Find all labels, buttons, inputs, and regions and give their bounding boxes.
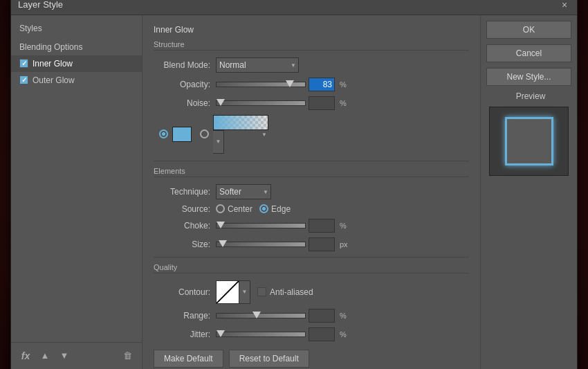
technique-select[interactable]: Softer Precise [216,184,271,199]
noise-label: Noise: [154,98,216,108]
anti-aliased-checkbox[interactable] [257,287,266,296]
inner-glow-label: Inner Glow [33,59,73,69]
preview-text: Preview [516,91,546,101]
contour-dropdown[interactable]: ▼ [239,280,250,304]
gradient-swatch[interactable] [213,115,268,130]
inner-glow-checkbox[interactable] [19,59,28,68]
source-edge-text: Edge [271,204,291,214]
move-up-button[interactable]: ▲ [37,348,53,363]
right-panel: OK Cancel New Style... Preview [480,15,577,370]
sidebar-footer: fx ▲ ▼ 🗑 [11,342,142,369]
reset-to-default-button[interactable]: Reset to Default [229,350,309,368]
blend-mode-select[interactable]: Normal Dissolve Multiply Screen Overlay [216,57,299,73]
action-buttons-row: Make Default Reset to Default [154,350,469,368]
sidebar-styles-header: Styles [11,21,142,36]
size-slider-track[interactable] [216,242,306,247]
size-label: Size: [154,240,216,249]
elements-subsection: Elements [154,167,469,177]
source-center-radio[interactable] [216,204,225,213]
contour-row: Contour: ▼ Anti-aliased [154,280,469,304]
opacity-slider-thumb[interactable] [286,80,294,87]
size-input[interactable]: 3 [309,237,335,251]
delete-button[interactable]: 🗑 [120,348,135,363]
choke-slider-track[interactable] [216,223,306,228]
jitter-input[interactable]: 0 [309,327,335,341]
new-style-button[interactable]: New Style... [486,68,571,86]
range-slider-container: 45 % [216,309,352,323]
ok-button[interactable]: OK [486,21,571,39]
close-button[interactable]: × [559,0,570,10]
contour-svg [217,281,239,303]
solid-color-radio[interactable] [159,129,168,138]
move-down-button[interactable]: ▼ [57,348,72,363]
jitter-row: Jitter: 0 % [154,327,469,341]
sidebar-item-inner-glow[interactable]: Inner Glow [11,55,142,72]
range-label: Range: [154,311,216,321]
contour-label: Contour: [154,287,216,297]
range-slider-track[interactable] [216,313,306,318]
technique-row: Technique: Softer Precise [154,184,469,199]
range-unit: % [340,312,352,320]
jitter-slider-track[interactable] [216,332,306,337]
dialog-body: Styles Blending Options Inner Glow Outer… [11,15,577,370]
title-bar: Layer Style × [11,0,577,15]
choke-unit: % [340,222,352,230]
source-center-text: Center [228,204,252,214]
jitter-unit: % [340,330,352,339]
cancel-button[interactable]: Cancel [486,44,571,62]
noise-slider-thumb[interactable] [217,99,225,106]
sidebar-item-outer-glow[interactable]: Outer Glow [11,72,142,89]
preview-checkbox-label[interactable]: Preview [486,91,571,101]
technique-label: Technique: [154,187,216,197]
source-label: Source: [154,204,216,214]
sidebar-footer-icons: fx ▲ ▼ [18,348,72,363]
gradient-wrapper: ▼ [213,115,268,154]
gradient-dropdown[interactable]: ▼ [213,130,224,154]
opacity-row: Opacity: 83 % [154,78,469,91]
range-row: Range: 45 % [154,309,469,323]
choke-slider-container: 0 % [216,219,352,233]
preview-inner [505,117,553,165]
outer-glow-checkbox[interactable] [19,75,28,84]
gradient-radio[interactable] [200,129,209,138]
jitter-slider-container: 0 % [216,327,352,341]
choke-row: Choke: 0 % [154,219,469,233]
quality-subsection: Quality [154,263,469,273]
structure-subsection: Structure [154,40,469,51]
noise-input[interactable]: 0 [309,96,335,110]
dialog-title: Layer Style [18,0,63,10]
size-slider-container: 3 px [216,237,352,251]
choke-slider-thumb[interactable] [217,222,225,228]
source-edge-radio[interactable] [259,204,268,213]
main-content: Inner Glow Structure Blend Mode: Normal … [143,15,480,370]
make-default-button[interactable]: Make Default [154,350,223,368]
contour-wrapper: ▼ [216,280,250,304]
choke-label: Choke: [154,221,216,231]
outer-glow-label: Outer Glow [33,75,75,85]
fx-button[interactable]: fx [18,348,33,363]
size-row: Size: 3 px [154,237,469,251]
range-input[interactable]: 45 [309,309,335,323]
range-slider-thumb[interactable] [252,312,261,318]
contour-preview[interactable] [216,280,239,304]
jitter-label: Jitter: [154,330,216,339]
color-swatch[interactable] [172,127,192,142]
noise-slider-track[interactable] [216,100,306,106]
sidebar-item-blending-options[interactable]: Blending Options [11,39,142,55]
size-slider-thumb[interactable] [219,240,227,247]
jitter-slider-thumb[interactable] [217,330,225,337]
opacity-slider-track[interactable] [216,82,306,87]
source-edge-label[interactable]: Edge [259,204,291,214]
blending-options-label: Blending Options [19,42,82,52]
choke-input[interactable]: 0 [309,219,335,233]
opacity-slider-container: 83 % [216,78,352,91]
blend-mode-row: Blend Mode: Normal Dissolve Multiply Scr… [154,57,469,73]
opacity-input[interactable]: 83 [309,78,335,91]
noise-unit: % [340,99,352,107]
source-center-label[interactable]: Center [216,204,252,214]
preview-box [489,107,569,176]
opacity-label: Opacity: [154,80,216,89]
anti-aliased-text: Anti-aliased [270,287,313,297]
anti-aliased-label[interactable]: Anti-aliased [257,287,313,297]
blend-mode-select-wrapper: Normal Dissolve Multiply Screen Overlay [216,57,299,73]
